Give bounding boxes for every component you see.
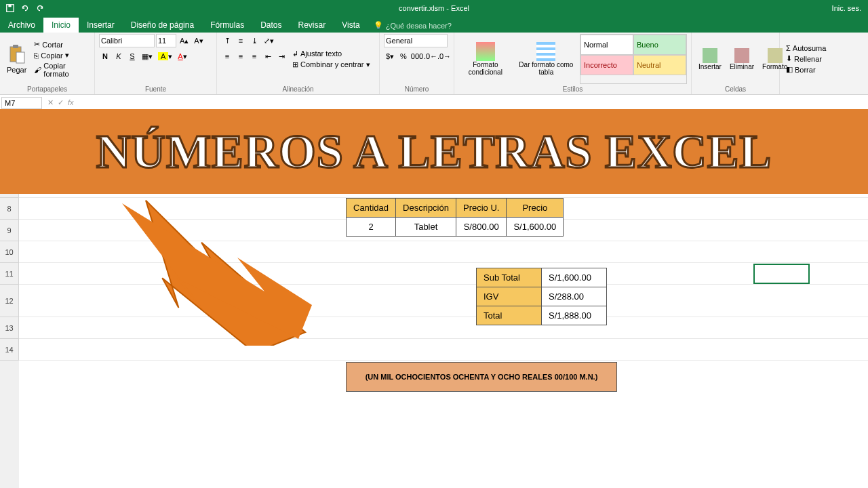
percent-button[interactable]: % — [397, 49, 410, 63]
row-header[interactable]: 9 — [0, 220, 19, 241]
row-header[interactable]: 14 — [0, 339, 19, 361]
tab-archivo[interactable]: Archivo — [0, 18, 43, 33]
window-title: convertir.xlsm - Excel — [399, 4, 469, 12]
formula-input[interactable] — [78, 96, 868, 109]
cell-precio[interactable]: S/1,600.00 — [507, 218, 564, 237]
cancel-formula-icon[interactable]: ✕ — [47, 98, 54, 107]
cut-button[interactable]: ✂Cortar — [32, 39, 90, 49]
indent-decrease-button[interactable]: ⇤ — [262, 49, 274, 63]
copy-icon: ⎘ — [34, 52, 39, 60]
row-header[interactable]: 13 — [0, 317, 19, 339]
style-bueno[interactable]: Bueno — [633, 35, 686, 55]
col-descripcion[interactable]: Descripción — [396, 199, 456, 218]
tab-inicio[interactable]: Inicio — [43, 18, 79, 33]
col-precio[interactable]: Precio — [507, 199, 564, 218]
tell-me-search[interactable]: 💡 ¿Qué desea hacer? — [368, 18, 457, 33]
ribbon-tabs: Archivo Inicio Insertar Diseño de página… — [0, 16, 868, 33]
tab-formulas[interactable]: Fórmulas — [202, 18, 252, 33]
total-value[interactable]: S/1,888.00 — [542, 306, 607, 325]
decrease-font-button[interactable]: A▾ — [192, 34, 205, 47]
row-header[interactable]: 10 — [0, 241, 19, 263]
subtotal-label[interactable]: Sub Total — [477, 268, 542, 287]
row-header[interactable]: 12 — [0, 285, 19, 317]
fill-button[interactable]: ⬇Rellenar — [784, 54, 828, 64]
signin-link[interactable]: Inic. ses. — [832, 4, 868, 12]
row-header[interactable]: 8 — [0, 198, 19, 220]
cell-styles-gallery[interactable]: Normal Incorrecto Bueno Neutral — [580, 34, 687, 84]
copy-button[interactable]: ⎘Copiar ▾ — [32, 50, 90, 60]
igv-label[interactable]: IGV — [477, 287, 542, 306]
tab-diseno[interactable]: Diseño de página — [123, 18, 202, 33]
font-size-select[interactable] — [156, 34, 176, 47]
col-precio-u[interactable]: Precio U. — [456, 199, 506, 218]
paste-button[interactable]: Pegar — [4, 34, 29, 84]
border-button[interactable]: ▦▾ — [140, 49, 155, 63]
insert-cells-button[interactable]: Insertar — [696, 34, 724, 84]
align-middle-button[interactable]: ≡ — [235, 34, 247, 47]
name-box[interactable] — [1, 97, 42, 109]
group-portapapeles: Pegar ✂Cortar ⎘Copiar ▾ 🖌Copiar formato … — [0, 33, 95, 94]
currency-button[interactable]: $▾ — [384, 49, 396, 63]
align-center-button[interactable]: ≡ — [235, 49, 247, 63]
col-cantidad[interactable]: Cantidad — [347, 199, 396, 218]
decrease-decimal-button[interactable]: .0→ — [438, 49, 450, 63]
align-top-button[interactable]: ⤒ — [221, 34, 233, 47]
cell-cantidad[interactable]: 2 — [347, 218, 396, 237]
invoice-table: Cantidad Descripción Precio U. Precio 2 … — [346, 198, 564, 237]
italic-button[interactable]: K — [113, 49, 125, 63]
banner-text: NÚMEROS A LETRAS EXCEL — [96, 125, 772, 179]
save-icon[interactable] — [5, 3, 15, 13]
orientation-button[interactable]: ⤢▾ — [262, 34, 276, 47]
delete-cells-button[interactable]: Eliminar — [727, 34, 757, 84]
conditional-format-button[interactable]: Formato condicional — [458, 34, 513, 84]
fill-color-button[interactable]: A▾ — [156, 49, 174, 63]
wrap-label: Ajustar texto — [300, 49, 342, 58]
style-normal[interactable]: Normal — [580, 35, 633, 55]
increase-font-button[interactable]: A▴ — [178, 34, 191, 47]
font-color-button[interactable]: A▾ — [176, 49, 189, 63]
autosum-button[interactable]: ΣAutosuma — [784, 43, 828, 53]
paste-icon — [8, 44, 26, 66]
align-right-button[interactable]: ≡ — [248, 49, 260, 63]
tab-insertar[interactable]: Insertar — [79, 18, 123, 33]
row-header[interactable]: 11 — [0, 263, 19, 285]
igv-value[interactable]: S/288.00 — [542, 287, 607, 306]
format-table-button[interactable]: Dar formato como tabla — [515, 34, 577, 84]
style-incorrecto[interactable]: Incorrecto — [580, 55, 633, 75]
active-cell-indicator — [753, 264, 810, 284]
total-label[interactable]: Total — [477, 306, 542, 325]
cell-precio-u[interactable]: S/800.00 — [456, 218, 506, 237]
wrap-text-button[interactable]: ↲Ajustar texto — [290, 49, 372, 59]
tab-datos[interactable]: Datos — [252, 18, 290, 33]
subtotal-value[interactable]: S/1,600.00 — [542, 268, 607, 287]
align-left-button[interactable]: ≡ — [221, 49, 233, 63]
fx-button[interactable]: fx — [68, 98, 74, 107]
bold-button[interactable]: N — [99, 49, 111, 63]
amount-in-words[interactable]: (UN MIL OCHOCIENTOS OCHENTA Y OCHO REALE… — [346, 362, 617, 392]
indent-increase-button[interactable]: ⇥ — [275, 49, 288, 63]
accept-formula-icon[interactable]: ✓ — [58, 98, 64, 107]
cell-descripcion[interactable]: Tablet — [396, 218, 456, 237]
tab-vista[interactable]: Vista — [334, 18, 368, 33]
paste-label: Pegar — [7, 66, 26, 74]
brush-icon: 🖌 — [34, 66, 41, 74]
group-label-alineacion: Alineación — [217, 85, 379, 93]
delete-label: Eliminar — [730, 63, 754, 70]
style-neutral[interactable]: Neutral — [633, 55, 686, 75]
undo-icon[interactable] — [20, 3, 30, 13]
group-estilos: Formato condicional Dar formato como tab… — [454, 33, 692, 94]
merge-center-button[interactable]: ⊞Combinar y centrar ▾ — [290, 60, 372, 70]
tab-revisar[interactable]: Revisar — [290, 18, 334, 33]
format-painter-button[interactable]: 🖌Copiar formato — [32, 61, 90, 79]
underline-button[interactable]: S — [126, 49, 138, 63]
scissors-icon: ✂ — [34, 40, 40, 49]
number-format-select[interactable] — [384, 34, 448, 47]
redo-icon[interactable] — [35, 3, 45, 13]
group-numero: $▾ % 000 .0← .0→ Número — [380, 33, 454, 94]
comma-button[interactable]: 000 — [411, 49, 423, 63]
align-bottom-button[interactable]: ⤓ — [248, 34, 260, 47]
increase-decimal-button[interactable]: .0← — [425, 49, 437, 63]
clear-button[interactable]: ◧Borrar — [784, 64, 828, 75]
font-name-select[interactable] — [99, 34, 155, 47]
insert-icon — [703, 48, 717, 63]
